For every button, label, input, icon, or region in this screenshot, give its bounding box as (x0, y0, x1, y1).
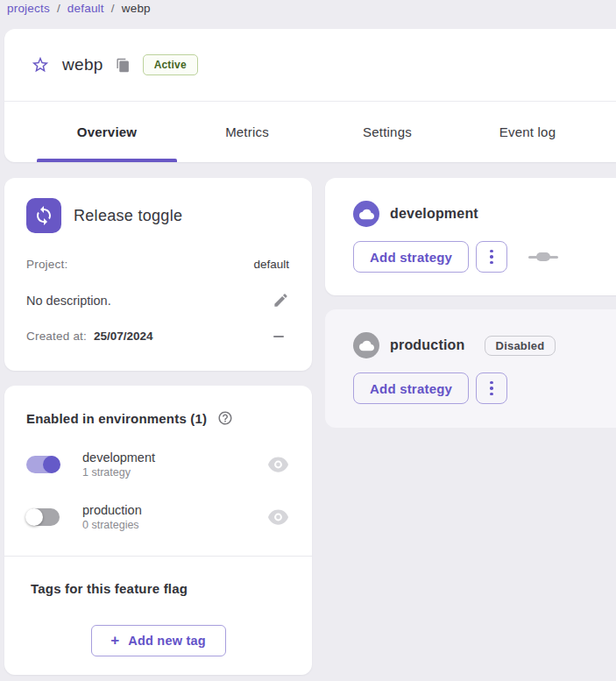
flag-type-header: Release toggle (26, 198, 289, 233)
strategy-count: 0 strategies (82, 519, 268, 531)
kebab-icon (490, 381, 493, 385)
add-strategy-button[interactable]: Add strategy (353, 241, 469, 273)
created-at: Created at: 25/07/2024 (26, 330, 153, 343)
description-row: No description. (26, 292, 289, 309)
tab-bar: Overview Metrics Settings Event log (4, 102, 616, 162)
breadcrumb-projects-link[interactable]: projects (7, 2, 50, 15)
feature-header: webp Active (4, 29, 616, 101)
environment-card-name: development (390, 206, 478, 222)
cloud-icon (353, 201, 379, 227)
development-toggle[interactable] (26, 456, 60, 473)
environment-labels: production 0 strategies (82, 503, 268, 531)
question-circle-icon (217, 410, 233, 426)
tab-settings[interactable]: Settings (317, 102, 457, 162)
environment-card-development: development Add strategy (325, 178, 616, 295)
feature-header-card: webp Active Overview Metrics Settings Ev… (4, 29, 616, 162)
tab-metrics[interactable]: Metrics (177, 102, 317, 162)
environments-panel-card: Enabled in environments (1) development … (4, 386, 312, 675)
toggle-knob (43, 456, 60, 473)
environment-card-actions: Add strategy (353, 372, 616, 404)
panel-divider (4, 556, 312, 557)
environment-card-actions: Add strategy (353, 241, 616, 273)
active-tab-indicator (37, 159, 177, 162)
metrics-indicator (528, 252, 558, 261)
breadcrumb: projects / default / webp (7, 2, 151, 15)
sync-arrows-icon (33, 205, 54, 226)
flag-type-label: Release toggle (74, 207, 182, 225)
eye-icon (268, 509, 288, 525)
description-text: No description. (26, 294, 111, 308)
created-value: 25/07/2024 (94, 330, 153, 343)
tab-label: Metrics (225, 124, 269, 139)
environment-card-header: development (353, 201, 616, 227)
add-new-tag-button[interactable]: + Add new tag (91, 625, 226, 656)
indicator-dot (536, 252, 550, 261)
project-value: default (253, 258, 289, 271)
tab-label: Settings (363, 124, 412, 139)
strategy-count: 1 strategy (82, 466, 268, 479)
feature-flag-overview-page: projects / default / webp webp Active Ov… (0, 0, 616, 681)
breadcrumb-project-link[interactable]: default (67, 2, 104, 15)
add-tag-label: Add new tag (128, 634, 205, 648)
kebab-icon (490, 250, 493, 253)
environment-name: development (82, 450, 268, 465)
breadcrumb-separator: / (57, 2, 60, 15)
environment-row-development: development 1 strategy (26, 450, 290, 479)
more-options-button[interactable] (476, 372, 507, 404)
flag-details-card: Release toggle Project: default No descr… (4, 178, 312, 371)
environment-labels: development 1 strategy (82, 450, 268, 479)
created-label: Created at: (26, 330, 87, 343)
environment-card-production: production Disabled Add strategy (325, 309, 616, 428)
environments-heading-row: Enabled in environments (1) (26, 410, 290, 426)
more-options-button[interactable] (476, 241, 507, 273)
tab-label: Overview (77, 124, 137, 139)
release-toggle-icon (26, 198, 61, 233)
view-environment-button[interactable] (268, 509, 288, 525)
cloud-icon (353, 332, 379, 358)
breadcrumb-separator: / (111, 2, 115, 15)
created-row: Created at: 25/07/2024 (26, 330, 289, 343)
project-label: Project: (26, 258, 67, 271)
project-row: Project: default (26, 258, 289, 271)
environment-row-production: production 0 strategies (26, 503, 290, 531)
star-icon (31, 55, 50, 74)
favorite-star-button[interactable] (31, 55, 50, 74)
feature-title: webp (62, 55, 103, 74)
copy-icon (116, 58, 131, 73)
tab-event-log[interactable]: Event log (457, 102, 598, 162)
add-strategy-button[interactable]: Add strategy (353, 372, 469, 404)
tags-heading: Tags for this feature flag (31, 581, 290, 596)
view-environment-button[interactable] (268, 457, 288, 472)
plus-icon: + (110, 632, 119, 649)
environment-card-name: production (390, 337, 465, 353)
pencil-icon (273, 292, 289, 309)
tab-overview[interactable]: Overview (37, 102, 177, 162)
eye-icon (268, 457, 288, 472)
production-toggle[interactable] (26, 508, 60, 526)
toggle-knob (25, 508, 43, 526)
collapse-dash-icon[interactable] (273, 336, 284, 337)
environment-name: production (82, 503, 268, 517)
breadcrumb-current-page: webp (122, 2, 151, 15)
status-badge: Active (143, 54, 198, 75)
environment-card-header: production Disabled (353, 332, 616, 358)
help-icon[interactable] (217, 410, 233, 426)
tab-label: Event log (499, 124, 556, 139)
environments-heading: Enabled in environments (1) (26, 411, 207, 426)
edit-description-button[interactable] (273, 292, 289, 309)
disabled-badge: Disabled (485, 336, 556, 356)
copy-name-button[interactable] (116, 58, 131, 73)
